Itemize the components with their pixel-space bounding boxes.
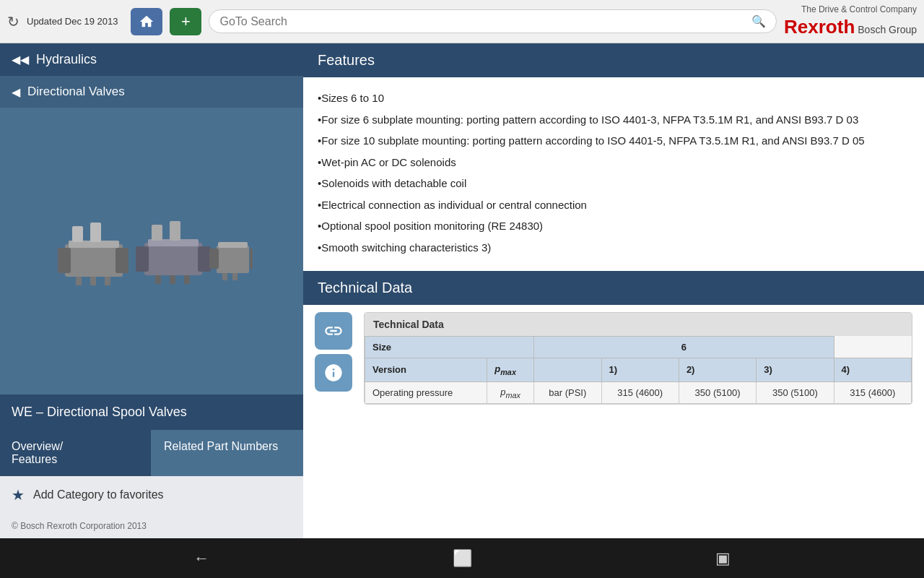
feature-item: •For size 10 subplate mounting: porting … (318, 131, 910, 150)
row-pmax: pmax (487, 381, 534, 404)
back-arrows-icon: ◀◀ (12, 53, 29, 66)
top-bar: ↻ Updated Dec 19 2013 + 🔍 The Drive & Co… (0, 0, 924, 43)
tech-table-title: Technical Data (365, 313, 912, 336)
tab-overview[interactable]: Overview/ Features (0, 430, 152, 476)
svg-rect-14 (170, 221, 180, 241)
svg-rect-6 (76, 277, 82, 285)
svg-rect-21 (250, 249, 253, 269)
add-favorites-label: Add Category to favorites (33, 488, 164, 501)
link-icon (323, 321, 344, 341)
svg-rect-9 (144, 243, 202, 275)
svg-rect-7 (90, 277, 96, 285)
add-button[interactable]: + (170, 8, 201, 35)
col-v1: 1) (601, 358, 679, 382)
product-image (0, 108, 303, 394)
row-unit: bar (PSI) (534, 381, 601, 404)
svg-rect-4 (72, 226, 83, 242)
technical-content: Technical Data Size 6 Version pmax (303, 305, 924, 412)
home-button[interactable] (131, 8, 162, 35)
technical-table-area: Technical Data Size 6 Version pmax (364, 312, 912, 405)
svg-rect-17 (184, 275, 190, 284)
svg-rect-5 (90, 223, 101, 242)
feature-item: •Wet-pin AC or DC solenoids (318, 153, 910, 172)
info-icon-button[interactable] (315, 354, 352, 392)
home-icon (139, 14, 154, 30)
copyright: © Bosch Rexroth Corporation 2013 (0, 514, 303, 538)
svg-rect-19 (218, 242, 248, 248)
brand-name: Rexroth (784, 16, 855, 38)
refresh-icon[interactable]: ↻ (7, 13, 19, 30)
add-favorites-button[interactable]: ★ Add Category to favorites (0, 476, 303, 514)
col-version: Version (365, 358, 487, 382)
table-subheader-row: Version pmax 1) 2) 3) 4) (365, 358, 912, 382)
svg-rect-2 (58, 248, 71, 273)
android-recents-button[interactable]: ▣ (715, 549, 731, 568)
svg-rect-22 (222, 273, 227, 280)
directional-label: Directional Valves (27, 85, 125, 99)
svg-rect-13 (152, 225, 162, 241)
col-pmax: pmax (487, 358, 534, 382)
star-icon: ★ (12, 486, 25, 504)
brand-sub: Bosch Group (858, 24, 917, 35)
feature-item: •Optional spool position monitoring (RE … (318, 217, 910, 236)
svg-rect-18 (217, 246, 249, 273)
tech-icon-column (315, 312, 364, 405)
brand-tagline: The Drive & Control Company (801, 4, 917, 14)
feature-item: •For size 6 subplate mounting: porting p… (318, 111, 910, 129)
product-title: WE – Directional Spool Valves (0, 394, 303, 430)
feature-item: •Smooth switching characteristics 3) (318, 238, 910, 257)
feature-item: •Electrical connection as individual or … (318, 196, 910, 215)
svg-rect-23 (232, 273, 237, 280)
svg-rect-12 (198, 246, 211, 272)
feature-item: •Solenoids with detachable coil (318, 174, 910, 193)
info-icon (323, 363, 344, 383)
features-list: •Sizes 6 to 10 •For size 6 subplate moun… (303, 77, 924, 271)
search-icon[interactable]: 🔍 (751, 14, 766, 28)
row-v2: 350 (5100) (679, 381, 756, 404)
updated-text: Updated Dec 19 2013 (27, 16, 118, 27)
technical-table: Size 6 Version pmax 1) 2) 3) 4) (365, 336, 912, 404)
col-unit (534, 358, 601, 382)
col-6: 6 (534, 337, 834, 358)
brand-area: The Drive & Control Company Rexroth Bosc… (784, 4, 917, 38)
col-v4: 4) (834, 358, 911, 382)
table-row: Operating pressure pmax bar (PSI) 315 (4… (365, 381, 912, 404)
hydraulics-label: Hydraulics (36, 52, 97, 67)
tab-related[interactable]: Related Part Numbers (152, 430, 303, 476)
svg-rect-8 (105, 277, 110, 285)
svg-rect-20 (209, 249, 219, 269)
col-size: Size (365, 337, 534, 358)
table-header-row: Size 6 (365, 337, 912, 358)
tech-table-wrapper: Technical Data Size 6 Version pmax (364, 312, 912, 405)
row-label-operating: Operating pressure (365, 381, 487, 404)
svg-rect-0 (65, 244, 123, 277)
features-header: Features (303, 43, 924, 77)
row-v1: 315 (4600) (601, 381, 679, 404)
feature-item: •Sizes 6 to 10 (318, 89, 910, 108)
svg-rect-3 (116, 248, 128, 273)
svg-rect-16 (170, 275, 175, 284)
back-arrow-icon: ◀ (12, 85, 20, 99)
brand-logo: Rexroth Bosch Group (784, 16, 917, 38)
android-navbar: ← ⬜ ▣ (0, 538, 924, 578)
content-area: Features •Sizes 6 to 10 •For size 6 subp… (303, 43, 924, 538)
link-icon-button[interactable] (315, 312, 352, 350)
col-v3: 3) (757, 358, 834, 382)
tab-row: Overview/ Features Related Part Numbers (0, 430, 303, 476)
main-area: ◀◀ Hydraulics ◀ Directional Valves (0, 43, 924, 538)
android-back-button[interactable]: ← (193, 549, 209, 568)
search-input[interactable] (219, 15, 746, 28)
valve-illustration (51, 201, 253, 302)
sidebar: ◀◀ Hydraulics ◀ Directional Valves (0, 43, 303, 538)
search-bar: 🔍 (209, 9, 777, 33)
technical-header: Technical Data (303, 271, 924, 305)
sidebar-item-hydraulics[interactable]: ◀◀ Hydraulics (0, 43, 303, 76)
row-v4: 315 (4600) (834, 381, 911, 404)
svg-rect-11 (136, 246, 149, 272)
android-home-button[interactable]: ⬜ (453, 549, 472, 568)
row-v3: 350 (5100) (757, 381, 834, 404)
col-v2: 2) (679, 358, 756, 382)
svg-rect-15 (155, 275, 161, 284)
sidebar-item-directional[interactable]: ◀ Directional Valves (0, 76, 303, 108)
